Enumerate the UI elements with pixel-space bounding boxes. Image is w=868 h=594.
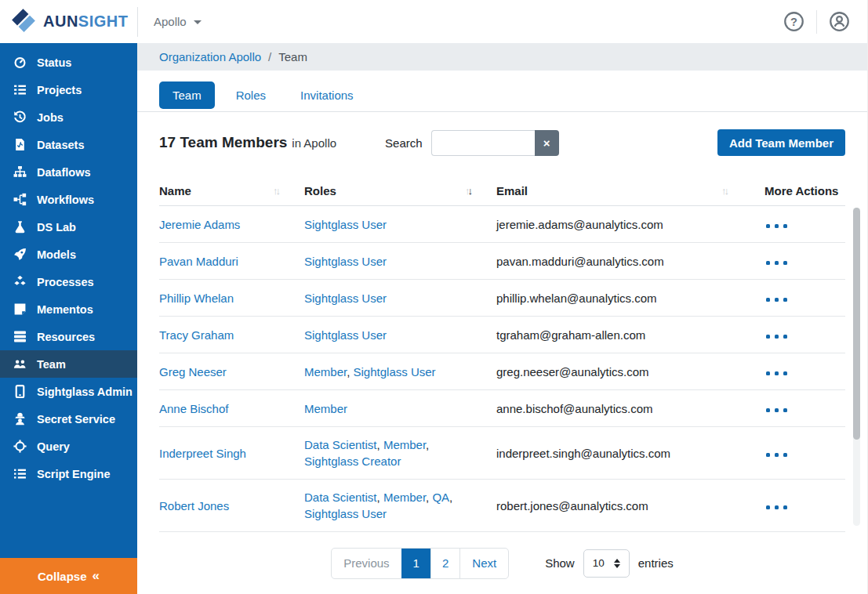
sidebar-item-jobs[interactable]: Jobs [0,103,137,131]
sidebar-item-secret-service[interactable]: Secret Service [0,405,137,433]
role-link[interactable]: Sightglass User [304,255,387,268]
role-link[interactable]: Member [383,438,426,451]
role-link[interactable]: Data Scientist [304,491,377,504]
more-actions-ellipsis-icon[interactable] [764,295,789,305]
role-link[interactable]: Sightglass User [304,328,387,342]
sidebar-item-query[interactable]: Query [0,433,137,460]
tab-roles[interactable]: Roles [223,81,279,109]
member-name-link[interactable]: Inderpreet Singh [159,447,246,460]
flask-icon [13,220,27,234]
sidebar-item-projects[interactable]: Projects [0,76,137,103]
content-header: 17 Team Members in Apollo Search × Add T… [159,129,845,156]
org-selector-dropdown[interactable]: Apollo [154,15,202,28]
search-input[interactable] [431,130,535,156]
sidebar-item-datasets[interactable]: Datasets [0,131,137,158]
sort-arrows-icon[interactable]: ↑↓ [465,185,473,197]
account-icon[interactable] [829,11,850,32]
member-roles-cell: Data Scientist, Member, QA, Sightglass U… [304,489,496,522]
more-actions-ellipsis-icon[interactable] [764,221,789,231]
more-actions-ellipsis-icon[interactable] [764,258,789,268]
sidebar-item-workflows[interactable]: Workflows [0,186,137,213]
role-link[interactable]: Sightglass User [354,365,436,378]
member-roles-cell: Sightglass User [304,216,496,233]
team-icon [13,357,27,371]
sidebar-collapse-button[interactable]: Collapse « [0,558,137,594]
sidebar: StatusProjectsJobsDatasetsDataflowsWorkf… [0,43,137,594]
sidebar-item-label: Status [37,56,71,69]
sidebar-item-dataflows[interactable]: Dataflows [0,158,137,186]
more-actions-ellipsis-icon[interactable] [764,450,789,460]
role-link[interactable]: Sightglass User [304,507,387,520]
app-logo[interactable]: AUNSIGHT [0,7,137,37]
tab-team[interactable]: Team [159,81,215,109]
role-link[interactable]: Sightglass User [304,218,387,231]
more-actions-cell [753,364,845,378]
role-link[interactable]: QA [432,491,449,504]
tasks-icon [13,83,27,97]
previous-page-button[interactable]: Previous [332,549,401,578]
sidebar-item-status[interactable]: Status [0,49,137,76]
more-actions-ellipsis-icon[interactable] [764,405,789,415]
member-email-cell: greg.neeser@aunalytics.com [496,365,753,378]
breadcrumb: Organization Apollo / Team [137,43,867,71]
help-icon[interactable]: ? [783,11,804,32]
sidebar-item-team[interactable]: Team [0,350,137,378]
show-entries: Show 10 entries [545,549,674,578]
column-header-name[interactable]: Name↑↓ [159,184,304,197]
sort-arrows-icon[interactable]: ↑↓ [273,185,281,197]
column-label: Roles [304,184,336,197]
member-name-link[interactable]: Phillip Whelan [159,292,234,305]
page-size-select[interactable]: 10 [583,549,630,578]
column-header-roles[interactable]: Roles↑↓ [304,184,496,197]
sidebar-item-script-engine[interactable]: Script Engine [0,460,137,487]
page-title: 17 Team Members [159,134,287,151]
table-scrollbar[interactable] [853,208,860,526]
app-window: AUNSIGHT Apollo ? [0,0,868,594]
more-actions-ellipsis-icon[interactable] [764,368,789,378]
sidebar-item-processes[interactable]: Processes [0,268,137,295]
breadcrumb-current: Team [278,50,307,63]
more-actions-cell [753,401,845,415]
sidebar-item-label: Sightglass Admin [37,386,133,398]
page-button-2[interactable]: 2 [430,549,459,578]
sidebar-item-ds-lab[interactable]: DS Lab [0,213,137,241]
search-clear-button[interactable]: × [535,130,559,156]
member-name-link[interactable]: Jeremie Adams [159,218,240,231]
dataset-file-icon [13,138,27,152]
server-icon [13,330,27,344]
role-link[interactable]: Member [383,491,426,504]
add-team-member-button[interactable]: Add Team Member [717,129,845,156]
next-page-button[interactable]: Next [459,549,508,578]
role-link[interactable]: Member [304,365,347,378]
table-body: Jeremie AdamsSightglass Userjeremie.adam… [159,206,845,532]
column-header-email[interactable]: Email↑↓ [496,184,753,197]
sort-arrows-icon[interactable]: ↑↓ [721,185,729,197]
page-size-value: 10 [593,557,605,569]
sidebar-item-mementos[interactable]: Mementos [0,295,137,323]
sidebar-item-sightglass-admin[interactable]: Sightglass Admin [0,378,137,405]
member-name-link[interactable]: Tracy Graham [159,328,234,342]
sidebar-item-label: Datasets [37,139,84,151]
sidebar-item-models[interactable]: Models [0,241,137,268]
topbar-actions: ? [783,10,867,34]
scrollbar-thumb[interactable] [853,208,860,440]
script-list-icon [13,467,27,481]
more-actions-ellipsis-icon[interactable] [764,331,789,342]
tab-invitations[interactable]: Invitations [287,81,367,109]
role-link[interactable]: Data Scientist [304,438,377,451]
sidebar-item-resources[interactable]: Resources [0,323,137,350]
member-name-link[interactable]: Pavan Madduri [159,255,238,268]
org-selector-label: Apollo [154,15,187,28]
page-button-1[interactable]: 1 [401,549,430,578]
member-name-link[interactable]: Anne Bischof [159,402,228,415]
pagination-bar: Previous12Next Show 10 entries [159,532,845,594]
role-link[interactable]: Sightglass Creator [304,455,401,468]
member-name-link[interactable]: Robert Jones [159,499,229,513]
role-link[interactable]: Member [304,402,347,415]
more-actions-ellipsis-icon[interactable] [764,502,789,513]
member-name-link[interactable]: Greg Neeser [159,365,227,378]
sidebar-item-label: DS Lab [37,221,76,234]
role-link[interactable]: Sightglass User [304,292,387,305]
table-header-row: Name↑↓Roles↑↓Email↑↓More Actions [159,176,845,206]
breadcrumb-org-link[interactable]: Organization Apollo [159,50,261,63]
